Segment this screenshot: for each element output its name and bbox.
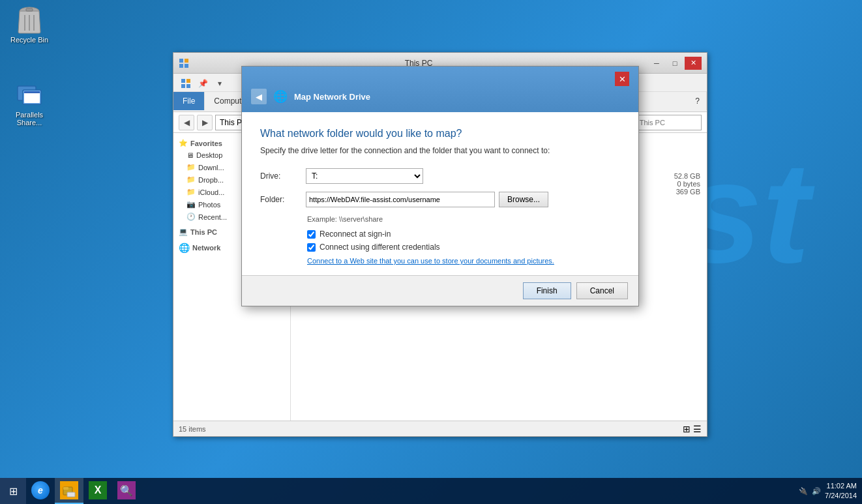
- tray-icon-1: 🔌: [799, 487, 808, 496]
- finish-button[interactable]: Finish: [523, 282, 571, 299]
- map-network-drive-dialog: ✕ ◀ 🌐 Map Network Drive What network fol…: [241, 66, 639, 306]
- dialog-network-icon: 🌐: [273, 89, 288, 104]
- folder-input-row: Browse...: [306, 192, 620, 207]
- dialog-overlay: ✕ ◀ 🌐 Map Network Drive What network fol…: [173, 53, 707, 436]
- drive-select[interactable]: T:: [306, 168, 423, 184]
- credentials-row: Connect using different credentials: [307, 243, 620, 252]
- dialog-footer: Finish Cancel: [242, 275, 638, 306]
- svg-rect-18: [63, 487, 68, 490]
- recycle-bin-image: [14, 3, 45, 35]
- tray-icon-2: 🔊: [812, 487, 821, 496]
- reconnect-label[interactable]: Reconnect at sign-in: [320, 230, 391, 239]
- cancel-button[interactable]: Cancel: [576, 282, 628, 299]
- credentials-checkbox[interactable]: [307, 243, 316, 252]
- dialog-header: ✕ ◀ 🌐 Map Network Drive: [242, 67, 638, 112]
- parallels-icon[interactable]: Parallels Share...: [3, 78, 55, 126]
- folder-label: Folder:: [260, 195, 299, 204]
- taskbar-search[interactable]: 🔍: [112, 478, 141, 504]
- drive-row: Drive: T:: [260, 168, 620, 184]
- explorer-icon: [60, 481, 78, 499]
- dialog-close-button[interactable]: ✕: [615, 72, 629, 86]
- dialog-header-row: ◀ 🌐 Map Network Drive: [251, 89, 629, 104]
- reconnect-row: Reconnect at sign-in: [307, 230, 620, 239]
- svg-rect-4: [26, 8, 33, 11]
- parallels-image: [14, 78, 45, 110]
- folder-input[interactable]: [306, 192, 495, 207]
- search-icon: 🔍: [117, 481, 136, 499]
- recycle-bin-label: Recycle Bin: [10, 36, 48, 44]
- dialog-heading: What network folder would you like to ma…: [260, 128, 620, 140]
- clock-time: 11:02 AM: [825, 481, 857, 491]
- taskbar: ⊞ e X 🔍 🔌 🔊 11:02 AM 7/24/2014: [0, 478, 862, 504]
- taskbar-ie[interactable]: e: [26, 478, 55, 504]
- dialog-content: What network folder would you like to ma…: [242, 112, 638, 275]
- start-button[interactable]: ⊞: [0, 478, 26, 504]
- taskbar-items: e X 🔍: [26, 478, 794, 504]
- parallels-label: Parallels Share...: [3, 111, 55, 126]
- taskbar-clock: 11:02 AM 7/24/2014: [825, 481, 857, 501]
- folder-row: Folder: Browse...: [260, 192, 620, 207]
- taskbar-office[interactable]: X: [83, 478, 112, 504]
- office-icon: X: [89, 481, 107, 499]
- recycle-bin-icon[interactable]: Recycle Bin: [3, 3, 55, 44]
- explorer-window: This PC ─ □ ✕ 📌 ▾ File Computer View: [173, 52, 707, 437]
- ie-icon: e: [31, 481, 50, 499]
- dialog-description: Specify the drive letter for the connect…: [260, 146, 620, 155]
- drive-label: Drive:: [260, 171, 299, 181]
- dialog-title: Map Network Drive: [294, 92, 629, 102]
- reconnect-checkbox[interactable]: [307, 230, 316, 239]
- taskbar-explorer[interactable]: [55, 478, 83, 504]
- svg-rect-19: [67, 492, 75, 497]
- clock-date: 7/24/2014: [825, 491, 857, 501]
- weblink[interactable]: Connect to a Web site that you can use t…: [307, 257, 620, 265]
- example-text: Example: \\server\share: [307, 215, 620, 223]
- svg-rect-8: [24, 91, 40, 93]
- browse-button[interactable]: Browse...: [499, 192, 548, 207]
- taskbar-tray: 🔌 🔊 11:02 AM 7/24/2014: [794, 481, 862, 501]
- dialog-back-button[interactable]: ◀: [251, 89, 267, 104]
- credentials-label[interactable]: Connect using different credentials: [320, 243, 440, 252]
